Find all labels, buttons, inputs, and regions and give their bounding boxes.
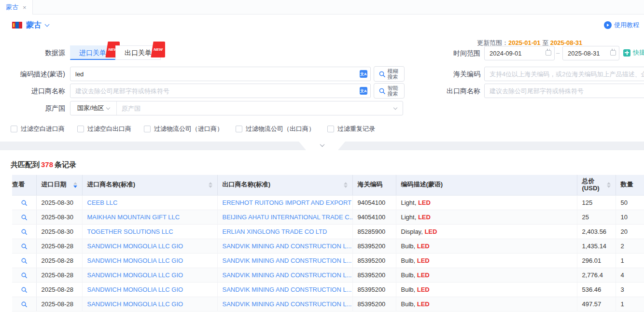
tab-mongolia[interactable]: 蒙古 × (0, 0, 33, 14)
chevron-down-icon[interactable] (393, 105, 397, 109)
table-row: 2025-08-28SANDWICH MONGOLIA LLC GIOSANDV… (12, 253, 644, 268)
importer-link[interactable]: SANDWICH MONGOLIA LLC GIO (87, 271, 183, 279)
filter-checkbox[interactable]: 过滤重复记录 (327, 125, 375, 133)
search-icon[interactable] (21, 228, 28, 235)
exporter-link[interactable]: ERLIAN XINGLONG TRADE CO LTD (223, 228, 327, 235)
exporter-cell: SANDVIK MINING AND CONSTRUCTION L... (217, 268, 352, 282)
calendar-icon[interactable] (546, 50, 551, 56)
importer-link[interactable]: TOGETHER SOLUTIONS LLC (87, 228, 173, 235)
chevron-down-icon[interactable] (45, 22, 50, 27)
calendar-icon[interactable] (610, 50, 616, 56)
search-icon[interactable] (21, 199, 28, 206)
exporter-link[interactable]: SANDVIK MINING AND CONSTRUCTION L... (223, 300, 352, 308)
importer-cell: SANDWICH MONGOLIA LLC GIO (82, 268, 217, 282)
exporter-link[interactable]: BEIJING AHATU INTERNATIONAL TRADE C... (223, 213, 353, 221)
import-date-cell: 2025-08-28 (36, 239, 82, 253)
exporter-label: 出口商名称 (422, 84, 480, 98)
hs-code-input[interactable] (484, 67, 644, 81)
column-header[interactable]: 出口商名称(标准) (217, 175, 352, 195)
date-start-input[interactable] (484, 46, 555, 60)
translate-icon[interactable]: 文A (360, 87, 367, 95)
desc-text: Bulb, (401, 271, 417, 279)
search-icon[interactable] (21, 214, 28, 221)
checkbox-icon[interactable] (144, 126, 151, 132)
quick-search-button[interactable]: 快捷 (623, 48, 644, 57)
filter-checkbox[interactable]: 过滤物流公司（进口商） (144, 125, 223, 133)
checkbox-icon[interactable] (77, 126, 84, 132)
sort-asc-icon[interactable] (607, 182, 611, 185)
code-desc-cell: Bulb, LED (396, 297, 577, 311)
fuzzy-search-button[interactable]: 模糊搜索 (374, 66, 405, 82)
sort-desc-icon[interactable] (73, 185, 77, 188)
exporter-link[interactable]: ERENHOT RUITONG IMPORT AND EXPORT ... (223, 199, 353, 206)
importer-link[interactable]: SANDWICH MONGOLIA LLC GIO (87, 242, 183, 250)
hs-code-cell: 85395200 (352, 297, 396, 311)
table-body: 2025-08-30CEEB LLCERENHOT RUITONG IMPORT… (12, 195, 644, 311)
checkbox-icon[interactable] (327, 126, 334, 132)
sort-asc-icon[interactable] (344, 182, 348, 185)
update-range-to-word: 至 (542, 39, 548, 46)
checkbox-label: 过滤重复记录 (337, 125, 375, 133)
code-desc-label: 编码描述(蒙语) (0, 67, 65, 81)
update-range-from: 2025-01-01 (508, 39, 541, 46)
sort-carets[interactable] (70, 182, 77, 188)
exporter-input[interactable] (484, 84, 644, 98)
search-icon[interactable] (21, 301, 28, 308)
exporter-link[interactable]: SANDVIK MINING AND CONSTRUCTION L... (223, 271, 352, 279)
search-icon[interactable] (21, 286, 28, 293)
collapse-toggle[interactable] (299, 142, 345, 150)
hs-code-cell: 85285900 (352, 224, 396, 239)
total-usd-cell: 2,403.56 (577, 224, 616, 239)
close-icon[interactable]: × (23, 4, 27, 11)
origin-input[interactable] (117, 105, 394, 112)
sort-desc-icon[interactable] (607, 185, 611, 188)
origin-region-select[interactable]: 国家/地区 (70, 101, 117, 115)
sort-carets[interactable] (604, 182, 611, 188)
filter-checkbox[interactable]: 过滤空白进口商 (11, 125, 65, 133)
sort-carets[interactable] (341, 182, 348, 188)
importer-input[interactable] (70, 84, 371, 98)
sort-carets[interactable] (206, 182, 212, 188)
tab-import-declaration[interactable]: 进口关单 NEW (70, 45, 115, 60)
exporter-link[interactable]: SANDVIK MINING AND CONSTRUCTION L... (223, 286, 352, 293)
importer-cell: SANDWICH MONGOLIA LLC GIO (82, 239, 217, 253)
importer-link[interactable]: SANDWICH MONGOLIA LLC GIO (87, 257, 183, 264)
column-header: 数量 (616, 175, 644, 195)
total-usd-cell: 497.57 (577, 297, 616, 311)
search-icon[interactable] (21, 243, 28, 250)
importer-link[interactable]: CEEB LLC (87, 199, 118, 206)
column-header[interactable]: 进口日期 (36, 175, 82, 195)
filter-checkbox[interactable]: 过滤空白出口商 (77, 125, 131, 133)
page: 蒙古 × 蒙古 使用教程 更新范围：2025-01-01 至 2025-08-3… (0, 0, 644, 313)
column-header[interactable]: 总价 (USD) (577, 175, 616, 195)
chevron-down-icon (106, 105, 110, 109)
importer-link[interactable]: MAIKHAN MOUNTAIN GIFT LLC (87, 213, 180, 221)
exporter-link[interactable]: SANDVIK MINING AND CONSTRUCTION L... (223, 242, 352, 250)
search-icon[interactable] (21, 257, 28, 264)
filter-checkbox[interactable]: 过滤物流公司（出口商） (236, 125, 315, 133)
search-icon[interactable] (21, 272, 28, 279)
tab-export-declaration[interactable]: 出口关单 NEW (115, 45, 161, 60)
checkbox-icon[interactable] (11, 126, 17, 132)
quantity-cell: 4 (616, 268, 644, 282)
exporter-link[interactable]: SANDVIK MINING AND CONSTRUCTION L... (223, 257, 352, 264)
code-desc-input[interactable] (70, 67, 371, 81)
sort-asc-icon[interactable] (209, 182, 212, 185)
importer-link[interactable]: SANDWICH MONGOLIA LLC GIO (87, 300, 183, 308)
country-title[interactable]: 蒙古 (26, 20, 42, 30)
desc-text: Light, (401, 199, 418, 206)
sort-asc-icon[interactable] (73, 182, 77, 185)
import-date-cell: 2025-08-30 (36, 195, 82, 210)
tutorial-link[interactable]: 使用教程 (604, 21, 639, 29)
checkbox-icon[interactable] (236, 126, 242, 132)
translate-icon[interactable]: 文A (360, 70, 367, 78)
column-label: 查看 (12, 181, 25, 188)
sort-desc-icon[interactable] (209, 185, 212, 188)
column-header[interactable]: 进口商名称(标准) (82, 175, 217, 195)
results-prefix: 共匹配到 (11, 160, 40, 169)
importer-link[interactable]: SANDWICH MONGOLIA LLC GIO (87, 286, 183, 293)
smart-search-button[interactable]: 智能搜索 (374, 83, 405, 99)
sort-desc-icon[interactable] (344, 185, 348, 188)
total-usd-cell: 536.46 (577, 282, 616, 297)
code-desc-cell: Bulb, LED (396, 239, 577, 253)
